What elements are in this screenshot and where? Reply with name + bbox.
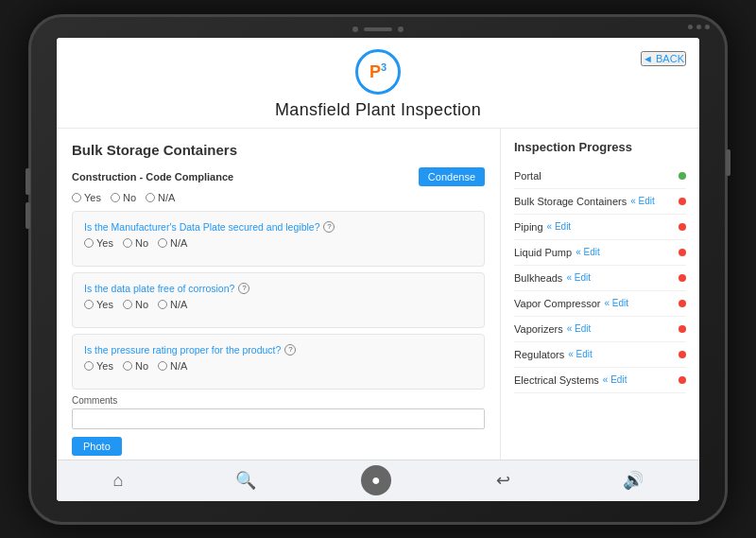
progress-item-piping: Piping « Edit	[514, 215, 686, 240]
question-3-section: Is the pressure rating proper for the pr…	[72, 334, 485, 390]
power-button	[726, 149, 730, 176]
q2-radio-yes[interactable]: Yes	[84, 299, 113, 310]
app-content: ◄ BACK P3 Mansfield Plant Inspection Bul…	[57, 38, 699, 501]
q3-radio-no[interactable]: No	[123, 360, 148, 372]
progress-item-electrical-left: Electrical Systems « Edit	[514, 374, 679, 386]
q2-radio-circle-yes	[84, 300, 94, 309]
left-panel: Bulk Storage Containers Construction - C…	[57, 129, 501, 460]
progress-item-vaporizers-name: Vaporizers	[514, 323, 563, 335]
mic-dot	[398, 26, 404, 32]
corner-dot	[688, 25, 693, 29]
progress-item-vapor-compressor: Vapor Compressor « Edit	[514, 291, 686, 317]
radio-no[interactable]: No	[111, 192, 136, 203]
progress-item-regulators-edit[interactable]: « Edit	[568, 349, 593, 359]
progress-item-vapor-compressor-name: Vapor Compressor	[514, 298, 601, 309]
progress-item-bulk-status	[679, 198, 686, 205]
progress-item-vaporizers: Vaporizers « Edit	[514, 317, 686, 342]
progress-item-portal-name: Portal	[514, 170, 541, 182]
progress-item-bulkheads-name: Bulkheads	[514, 272, 562, 284]
q2-radio-circle-no	[123, 300, 132, 309]
back-nav-icon[interactable]: ↩	[489, 466, 518, 495]
subsection-title: Construction - Code Compliance	[72, 171, 233, 182]
progress-item-portal-status	[679, 172, 686, 180]
comments-input[interactable]	[72, 408, 485, 429]
question-3-label: Is the pressure rating proper for the pr…	[84, 344, 281, 356]
bottom-nav: ⌂ 🔍 ● ↩ 🔊	[57, 460, 699, 501]
q3-radio-circle-yes	[84, 361, 94, 371]
progress-item-bulk-edit[interactable]: « Edit	[630, 196, 655, 206]
q3-radio-yes[interactable]: Yes	[84, 360, 113, 372]
corner-dot	[705, 25, 710, 29]
corner-dot	[696, 25, 701, 29]
progress-item-vaporizers-status	[679, 325, 686, 333]
question-2-radio-row: Yes No N/A	[84, 299, 472, 310]
radio-yes[interactable]: Yes	[72, 192, 101, 203]
comments-label: Comments	[72, 395, 485, 406]
progress-item-vaporizers-edit[interactable]: « Edit	[567, 323, 592, 334]
tablet-shell: ◄ BACK P3 Mansfield Plant Inspection Bul…	[28, 14, 728, 525]
progress-item-bulk-left: Bulk Storage Containers « Edit	[514, 196, 679, 207]
radio-yes-label: Yes	[84, 192, 101, 203]
radio-circle-yes	[72, 193, 81, 202]
progress-item-electrical-status	[679, 376, 686, 384]
right-hardware-buttons	[726, 149, 730, 176]
camera-dot	[352, 26, 358, 32]
back-button[interactable]: ◄ BACK	[641, 51, 686, 66]
progress-item-liquid-pump-left: Liquid Pump « Edit	[514, 247, 679, 258]
progress-item-electrical-edit[interactable]: « Edit	[603, 374, 627, 385]
volume-icon[interactable]: 🔊	[615, 466, 651, 495]
q3-radio-na[interactable]: N/A	[158, 360, 187, 372]
progress-item-portal: Portal	[514, 164, 686, 189]
question-2-text: Is the data plate free of corrosion? ?	[84, 283, 472, 294]
home-icon[interactable]: ⌂	[105, 467, 130, 495]
radio-no-label: No	[123, 192, 136, 203]
left-hardware-buttons	[26, 168, 30, 229]
right-panel: Inspection Progress Portal Bulk Storage …	[501, 129, 699, 460]
q1-radio-yes[interactable]: Yes	[84, 237, 113, 249]
q1-radio-circle-yes	[84, 238, 94, 248]
progress-item-vapor-compressor-edit[interactable]: « Edit	[605, 298, 629, 308]
question-3-help-icon[interactable]: ?	[284, 344, 296, 356]
radio-na[interactable]: N/A	[146, 192, 175, 203]
progress-item-vaporizers-left: Vaporizers « Edit	[514, 323, 679, 335]
progress-item-piping-status	[679, 223, 686, 231]
q1-radio-circle-no	[123, 238, 132, 248]
progress-item-piping-edit[interactable]: « Edit	[547, 221, 572, 232]
photo-button[interactable]: Photo	[72, 437, 122, 456]
logo-superscript: 3	[381, 61, 387, 73]
progress-item-bulkheads: Bulkheads « Edit	[514, 266, 686, 291]
progress-item-bulkheads-left: Bulkheads « Edit	[514, 272, 679, 284]
speaker-bar	[364, 27, 392, 31]
tablet-top-bar	[352, 26, 404, 32]
question-2-label: Is the data plate free of corrosion?	[84, 283, 234, 294]
condense-button[interactable]: Condense	[419, 167, 485, 186]
progress-item-liquid-pump-edit[interactable]: « Edit	[576, 247, 600, 257]
progress-title: Inspection Progress	[514, 140, 686, 154]
question-2-help-icon[interactable]: ?	[238, 283, 249, 294]
home-circle-button[interactable]: ●	[361, 465, 391, 495]
top-radio-row: Yes No N/A	[72, 192, 485, 203]
progress-item-bulkheads-edit[interactable]: « Edit	[566, 272, 591, 283]
search-icon[interactable]: 🔍	[228, 466, 264, 495]
progress-item-vapor-compressor-status	[679, 300, 686, 307]
corner-dots	[688, 25, 710, 29]
progress-item-regulators-name: Regulators	[514, 349, 564, 360]
progress-item-liquid-pump: Liquid Pump « Edit	[514, 240, 686, 266]
logo-p3: P3	[369, 61, 387, 82]
volume-up-button	[26, 168, 30, 195]
question-2-section: Is the data plate free of corrosion? ? Y…	[72, 272, 485, 328]
question-1-radio-row: Yes No N/A	[84, 237, 472, 249]
q2-radio-na[interactable]: N/A	[158, 299, 187, 310]
question-1-section: Is the Manufacturer's Data Plate secured…	[72, 211, 485, 267]
q1-radio-na[interactable]: N/A	[158, 237, 187, 249]
progress-item-vapor-compressor-left: Vapor Compressor « Edit	[514, 298, 679, 309]
q1-radio-no[interactable]: No	[123, 237, 148, 249]
main-layout: Bulk Storage Containers Construction - C…	[57, 129, 699, 460]
progress-item-liquid-pump-name: Liquid Pump	[514, 247, 572, 258]
volume-down-button	[26, 202, 30, 229]
subsection-header: Construction - Code Compliance Condense	[72, 167, 485, 186]
question-1-help-icon[interactable]: ?	[323, 221, 335, 233]
q3-radio-circle-na	[158, 361, 167, 371]
q2-radio-no[interactable]: No	[123, 299, 148, 310]
progress-item-electrical: Electrical Systems « Edit	[514, 368, 686, 393]
